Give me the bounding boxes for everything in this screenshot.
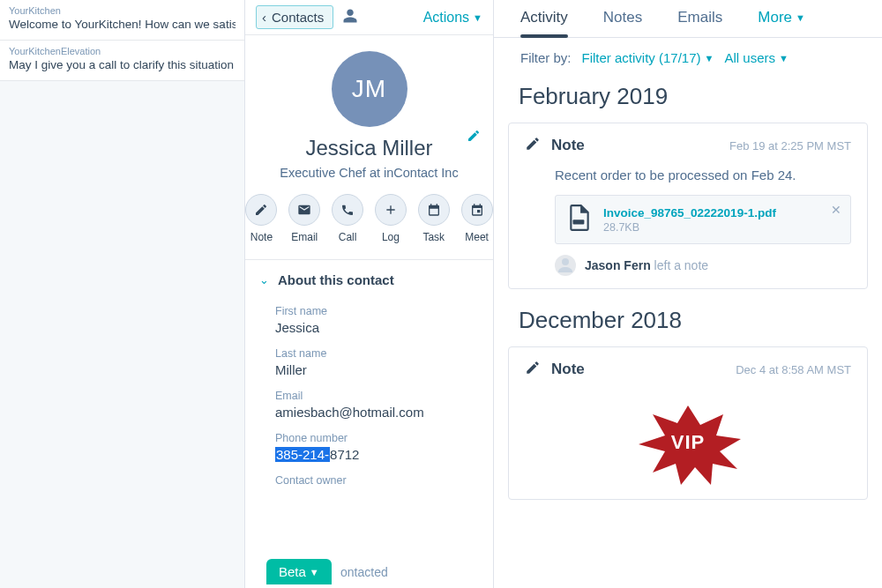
month-heading: December 2018 — [519, 307, 868, 334]
chevron-left-icon: ‹ — [262, 10, 266, 25]
conversation-snippet: Welcome to YourKitchen! How can we satis — [9, 18, 235, 31]
conversation-snippet: May I give you a call to clarify this si… — [9, 58, 235, 71]
caret-down-icon: ▼ — [705, 53, 714, 63]
email-field[interactable]: Email amiesbach@hotmail.com — [275, 390, 477, 420]
filter-bar: Filter by: Filter activity (17/17)▼ All … — [494, 38, 882, 78]
task-button[interactable] — [418, 194, 450, 226]
back-to-contacts-button[interactable]: ‹ Contacts — [256, 5, 333, 29]
contact-actions-row: Note Email Call Log Task Meet — [245, 194, 493, 243]
meet-button[interactable] — [461, 194, 493, 226]
filter-activity-dropdown[interactable]: Filter activity (17/17)▼ — [582, 50, 714, 65]
remove-attachment-icon[interactable]: ✕ — [831, 203, 841, 217]
filter-users-dropdown[interactable]: All users▼ — [724, 50, 788, 65]
card-timestamp: Feb 19 at 2:25 PM MST — [729, 139, 851, 153]
conversation-list: YourKitchen Welcome to YourKitchen! How … — [0, 0, 245, 588]
owner-value: ontacted — [340, 565, 388, 579]
first-name-field[interactable]: First name Jessica — [275, 305, 477, 335]
chevron-down-icon: ⌄ — [259, 273, 269, 287]
tab-more[interactable]: More▼ — [758, 4, 805, 37]
contact-icon — [342, 8, 358, 27]
note-button[interactable] — [245, 194, 277, 226]
avatar: JM — [332, 51, 407, 127]
svg-point-1 — [562, 258, 569, 265]
filter-label: Filter by: — [520, 50, 572, 65]
log-button[interactable] — [375, 194, 407, 226]
tab-activity[interactable]: Activity — [520, 4, 568, 37]
actions-dropdown[interactable]: Actions▼ — [423, 10, 482, 26]
contact-owner-field[interactable]: Contact owner — [275, 474, 477, 487]
pdf-file-icon — [568, 205, 591, 234]
caret-down-icon: ▼ — [473, 12, 482, 23]
caret-down-icon: ▼ — [779, 53, 789, 63]
conversation-item[interactable]: YourKitchenElevation May I give you a ca… — [0, 41, 244, 81]
avatar-icon — [555, 255, 576, 276]
conversation-sender: YourKitchenElevation — [9, 46, 235, 56]
activity-panel: Activity Notes Emails More▼ Filter by: F… — [494, 0, 882, 588]
card-kind: Note — [551, 137, 585, 154]
card-kind: Note — [551, 361, 585, 378]
back-label: Contacts — [272, 10, 324, 25]
note-icon — [525, 136, 541, 155]
note-icon — [525, 360, 541, 379]
about-section-header[interactable]: ⌄ About this contact — [245, 260, 493, 296]
call-button[interactable] — [332, 194, 363, 226]
activity-card: Note Feb 19 at 2:25 PM MST Recent order … — [508, 123, 868, 289]
activity-card: Note Dec 4 at 8:58 AM MST VIP — [508, 346, 868, 500]
caret-down-icon: ▼ — [796, 12, 805, 23]
svg-rect-0 — [573, 220, 585, 224]
tab-notes[interactable]: Notes — [603, 4, 642, 37]
tab-emails[interactable]: Emails — [677, 4, 722, 37]
contact-name: Jessica Miller — [245, 136, 493, 160]
caret-down-icon: ▼ — [310, 567, 319, 577]
phone-field[interactable]: Phone number 385-214-8712 — [275, 432, 477, 462]
attachment-size: 28.7KB — [603, 221, 776, 234]
contact-panel: ‹ Contacts Actions▼ JM Jessica Miller Ex… — [245, 0, 494, 588]
activity-tabs: Activity Notes Emails More▼ — [494, 0, 882, 38]
attachment-name: Invoice_98765_02222019-1.pdf — [603, 206, 776, 220]
card-body: Recent order to be processed on Feb 24. — [525, 155, 851, 182]
edit-icon[interactable] — [467, 129, 481, 146]
beta-button[interactable]: Beta▼ — [266, 559, 332, 584]
conversation-item[interactable]: YourKitchen Welcome to YourKitchen! How … — [0, 0, 244, 41]
vip-badge: VIP — [626, 406, 750, 485]
attachment[interactable]: Invoice_98765_02222019-1.pdf 28.7KB ✕ — [555, 195, 851, 244]
conversation-sender: YourKitchen — [9, 5, 235, 16]
email-button[interactable] — [288, 194, 320, 226]
card-byline: Jason Fern left a note — [555, 255, 851, 276]
contact-job-title: Executive Chef at inContact Inc — [245, 166, 493, 180]
last-name-field[interactable]: Last name Miller — [275, 347, 477, 377]
month-heading: February 2019 — [519, 83, 868, 110]
card-timestamp: Dec 4 at 8:58 AM MST — [736, 363, 851, 376]
